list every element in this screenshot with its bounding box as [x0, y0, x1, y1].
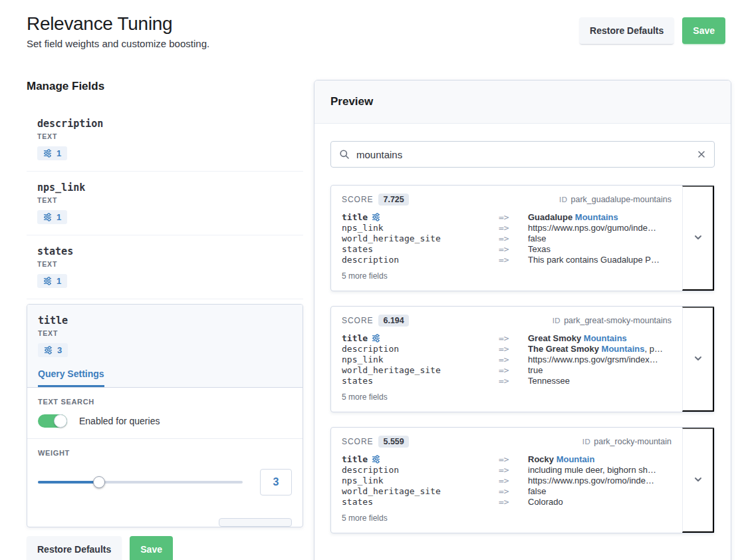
results-list: SCORE7.725IDpark_guadalupe-mountainstitl…	[330, 185, 715, 533]
result-card-header: SCORE6.194IDpark_great-smoky-mountains	[342, 315, 672, 327]
slider-thumb[interactable]	[93, 476, 105, 488]
sliders-icon	[43, 277, 52, 285]
weight-row: 3	[38, 469, 292, 495]
manage-fields-footer: Restore Defaults Save	[27, 536, 303, 560]
result-field-row: world_heritage_site=>false	[342, 233, 672, 244]
more-fields-link[interactable]: 5 more fields	[342, 513, 388, 523]
field-weight-value: 1	[57, 212, 61, 222]
chevron-down-icon	[693, 232, 703, 245]
field-row-states[interactable]: states TEXT 1	[27, 235, 303, 299]
result-field-arrow: =>	[499, 476, 528, 486]
score-badge: 5.559	[378, 436, 408, 448]
expand-result-button[interactable]	[682, 186, 714, 291]
result-field-arrow: =>	[499, 365, 528, 376]
preview-body: SCORE7.725IDpark_guadalupe-mountainstitl…	[314, 124, 731, 551]
result-field-arrow: =>	[499, 497, 528, 507]
field-weight-badge: 1	[37, 274, 67, 288]
preview-heading: Preview	[314, 80, 731, 124]
restore-defaults-button-footer[interactable]: Restore Defaults	[27, 536, 122, 560]
preview-column: Preview SCORE7.725IDpark_guadalupe-mount…	[314, 80, 731, 560]
result-field-row: nps_link=>https://www.nps.gov/romo/inde…	[342, 476, 672, 486]
field-weight-value: 1	[57, 276, 61, 286]
result-field-value: Guadalupe Mountains	[528, 212, 672, 223]
field-weight-badge: 1	[37, 210, 67, 224]
result-field-name: description	[342, 255, 499, 265]
result-field-arrow: =>	[499, 454, 528, 465]
score-badge: 7.725	[378, 194, 408, 206]
page-header: Relevance Tuning Set field weights and c…	[0, 0, 740, 49]
clear-search-button[interactable]	[697, 150, 706, 159]
content: Manage Fields description TEXT 1 nps_lin…	[0, 49, 740, 560]
expand-result-button[interactable]	[682, 307, 714, 412]
field-panel-tabs: Query Settings	[27, 357, 303, 388]
result-card-main: SCORE6.194IDpark_great-smoky-mountainsti…	[331, 307, 682, 412]
result-field-row: world_heritage_site=>true	[342, 365, 672, 376]
field-type-label: TEXT	[38, 329, 292, 337]
result-field-arrow: =>	[499, 354, 528, 365]
result-field-name: world_heritage_site	[342, 233, 499, 244]
field-type-label: TEXT	[37, 260, 293, 268]
field-weight-value: 1	[57, 148, 61, 158]
text-search-toggle[interactable]	[38, 414, 67, 428]
page-header-text: Relevance Tuning Set field weights and c…	[27, 13, 209, 49]
sliders-icon	[372, 455, 380, 464]
result-field-row: states=>Texas	[342, 244, 672, 255]
weight-heading: WEIGHT	[38, 449, 292, 457]
save-button-footer[interactable]: Save	[130, 536, 173, 560]
restore-defaults-button[interactable]: Restore Defaults	[579, 17, 674, 44]
id-label: ID	[559, 196, 567, 204]
weight-input[interactable]: 3	[260, 469, 292, 495]
result-field-value: Great Smoky Mountains	[528, 333, 672, 344]
relevance-tuning-page: Relevance Tuning Set field weights and c…	[0, 0, 740, 560]
weight-slider[interactable]	[38, 476, 243, 488]
text-search-section: TEXT SEARCH Enabled for queries	[27, 388, 303, 438]
header-actions: Restore Defaults Save	[579, 13, 725, 44]
result-card-main: SCORE5.559IDpark_rocky-mountaintitle=>Ro…	[331, 428, 682, 533]
field-row-title[interactable]: title TEXT 3	[27, 305, 303, 357]
slider-fill	[38, 481, 99, 484]
result-field-name: title	[342, 454, 499, 465]
score-label: SCORE	[342, 437, 373, 446]
result-field-name: states	[342, 376, 499, 386]
result-field-arrow: =>	[499, 244, 528, 255]
result-card: SCORE5.559IDpark_rocky-mountaintitle=>Ro…	[330, 427, 715, 533]
result-fields: title=>Rocky Mountaindescription=>includ…	[342, 454, 672, 507]
result-field-name: nps_link	[342, 223, 499, 233]
expand-result-button[interactable]	[682, 428, 714, 533]
weight-section: WEIGHT 3	[27, 438, 303, 506]
result-field-value: Tennessee	[528, 376, 672, 386]
result-field-value: Colorado	[528, 497, 672, 507]
field-weight-badge: 1	[37, 146, 67, 160]
field-name: description	[37, 118, 293, 130]
result-field-value: including mule deer, bighorn sh…	[528, 465, 672, 476]
field-name: title	[38, 315, 292, 327]
score-label: SCORE	[342, 195, 373, 204]
search-bar	[330, 141, 715, 168]
result-field-name: description	[342, 465, 499, 476]
id-label: ID	[553, 317, 560, 325]
tab-query-settings[interactable]: Query Settings	[38, 368, 104, 387]
id-label: ID	[582, 438, 590, 446]
result-field-name: description	[342, 344, 499, 354]
result-field-arrow: =>	[499, 465, 528, 476]
save-button[interactable]: Save	[682, 17, 725, 44]
result-field-arrow: =>	[499, 376, 528, 386]
text-search-toggle-label: Enabled for queries	[79, 416, 160, 426]
field-row-nps-link[interactable]: nps_link TEXT 1	[27, 172, 303, 235]
more-fields-link[interactable]: 5 more fields	[342, 392, 388, 402]
result-field-value: https://www.nps.gov/romo/inde…	[528, 476, 672, 486]
search-input[interactable]	[356, 149, 690, 160]
result-field-arrow: =>	[499, 486, 528, 497]
result-id: park_great-smoky-mountains	[564, 316, 672, 325]
field-panel-title: title TEXT 3 Query Settings TEXT SEARCH …	[27, 304, 303, 527]
chevron-down-icon	[693, 474, 703, 487]
result-field-row: title=>Great Smoky Mountains	[342, 333, 672, 344]
result-field-value: Texas	[528, 244, 672, 255]
more-fields-link[interactable]: 5 more fields	[342, 271, 388, 281]
result-id: park_guadalupe-mountains	[571, 195, 672, 204]
field-row-description[interactable]: description TEXT 1	[27, 108, 303, 172]
result-id: park_rocky-mountain	[594, 437, 672, 446]
result-field-name: nps_link	[342, 354, 499, 365]
partial-button[interactable]	[219, 518, 292, 527]
sliders-icon	[372, 213, 380, 221]
